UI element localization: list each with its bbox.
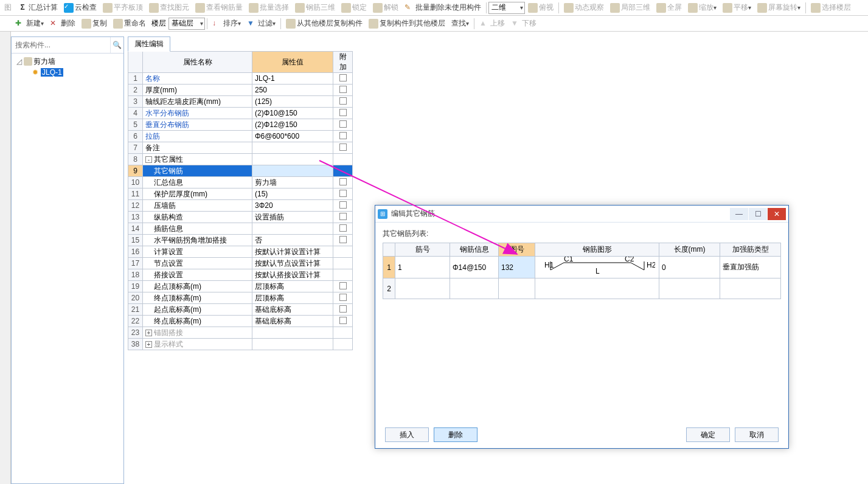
tb-fushi[interactable]: 俯视 xyxy=(526,1,556,15)
attach-checkbox[interactable] xyxy=(339,213,347,220)
prop-row[interactable]: 5垂直分布钢筋(2)Φ12@150 xyxy=(128,119,353,131)
col-jinhao[interactable]: 筋号 xyxy=(395,243,450,257)
attach-checkbox[interactable] xyxy=(339,97,347,105)
attach-checkbox[interactable] xyxy=(339,109,347,116)
pan-icon xyxy=(723,3,732,13)
tb-tu[interactable]: 图 xyxy=(2,1,14,15)
prop-row[interactable]: 13纵筋构造设置插筋 xyxy=(128,212,353,223)
dialog-titlebar[interactable]: ⊞ 编辑其它钢筋 — ☐ ✕ xyxy=(375,206,788,223)
col-length[interactable]: 长度(mm) xyxy=(659,243,720,257)
col-info[interactable]: 钢筋信息 xyxy=(450,243,499,257)
attach-checkbox[interactable] xyxy=(339,86,347,93)
insert-button[interactable]: 插入 xyxy=(385,427,429,442)
cloud-icon: ✓ xyxy=(64,3,74,13)
prop-row[interactable]: 8-其它属性 xyxy=(128,154,353,165)
prop-row[interactable]: 20终点顶标高(m)层顶标高 xyxy=(128,292,353,304)
tb-guolv[interactable]: ▼过滤 xyxy=(245,17,278,30)
attach-checkbox[interactable] xyxy=(339,74,347,81)
local-3d-icon xyxy=(610,3,620,13)
rebar-3d-icon xyxy=(295,3,305,13)
orbit-icon xyxy=(564,3,574,13)
tb-shanchu[interactable]: ✕删除 xyxy=(47,17,78,30)
prop-row[interactable]: 21起点底标高(m)基础底标高 xyxy=(128,304,353,316)
tb-jiesuo[interactable]: 解锁 xyxy=(370,1,401,15)
tb-chazhaotu[interactable]: 查找图元 xyxy=(147,1,192,15)
tb-chazhao[interactable]: 查找 xyxy=(449,17,471,30)
tb-quanping[interactable]: 全屏 xyxy=(654,1,684,15)
floor-combo[interactable]: 基础层 xyxy=(168,18,205,30)
tb-suofang[interactable]: 缩放 xyxy=(686,1,719,15)
attach-checkbox[interactable] xyxy=(339,305,347,313)
tb-fuzhi[interactable]: 复制 xyxy=(79,17,109,30)
col-type[interactable]: 加强筋类型 xyxy=(720,243,781,257)
close-button[interactable]: ✕ xyxy=(768,208,786,220)
prop-row[interactable]: 7备注 xyxy=(128,142,353,154)
attach-checkbox[interactable] xyxy=(339,317,347,324)
tb-jubu3d[interactable]: 局部三维 xyxy=(608,1,653,15)
prop-row[interactable]: 14插筋信息 xyxy=(128,223,353,235)
prop-row[interactable]: 6拉筋Φ6@600*600 xyxy=(128,131,353,142)
maximize-button[interactable]: ☐ xyxy=(749,208,767,220)
col-tuhao[interactable]: 图号 xyxy=(499,243,535,257)
rebar-row[interactable]: 11Φ14@150132H1C1C2H2L0垂直加强筋 xyxy=(383,257,781,278)
tb-pingqi[interactable]: 平齐板顶 xyxy=(100,1,145,15)
attach-checkbox[interactable] xyxy=(339,120,347,128)
cancel-button[interactable]: 取消 xyxy=(735,427,779,442)
tree-item-jlq1[interactable]: ✹ JLQ-1 xyxy=(13,67,122,78)
attach-checkbox[interactable] xyxy=(339,201,347,209)
ok-button[interactable]: 确定 xyxy=(686,427,730,442)
tb-piliangxuan[interactable]: 批量选择 xyxy=(246,1,291,15)
search-input[interactable] xyxy=(12,37,110,53)
minimize-button[interactable]: — xyxy=(730,208,748,220)
prop-row[interactable]: 12压墙筋3Φ20 xyxy=(128,200,353,212)
tb-piliangshanchu[interactable]: ✎批量删除未使用构件 xyxy=(402,1,484,15)
prop-row[interactable]: 2厚度(mm)250 xyxy=(128,85,353,96)
prop-row[interactable]: 3轴线距左墙皮距离(mm)(125) xyxy=(128,96,353,108)
tb-pingmuxuan[interactable]: 屏幕旋转 xyxy=(755,1,803,15)
tb-paixu[interactable]: ↓排序 xyxy=(210,17,243,30)
prop-row[interactable]: 23+锚固搭接 xyxy=(128,327,353,339)
rebar-row[interactable]: 2 xyxy=(383,278,781,299)
attach-checkbox[interactable] xyxy=(339,294,347,301)
property-tab[interactable]: 属性编辑 xyxy=(128,36,170,52)
tree-root[interactable]: ◿ 剪力墙 xyxy=(13,56,122,67)
tb-huizong[interactable]: Σ汇总计算 xyxy=(15,1,60,15)
attach-checkbox[interactable] xyxy=(339,224,347,232)
tb-shangyi[interactable]: ▲上移 xyxy=(477,17,507,30)
tb-copyto[interactable]: 复制构件到其他楼层 xyxy=(366,17,448,30)
prop-row[interactable]: 15水平钢筋拐角增加搭接否 xyxy=(128,235,353,246)
search-button[interactable]: 🔍 xyxy=(110,37,123,53)
prop-row[interactable]: 9其它钢筋 xyxy=(128,165,353,177)
tb-xiayi[interactable]: ▼下移 xyxy=(509,17,539,30)
tb-pingyi[interactable]: 平移 xyxy=(720,1,754,15)
attach-checkbox[interactable] xyxy=(339,190,347,197)
tb-xinjian[interactable]: ✚新建 xyxy=(13,17,46,30)
tb-xuanzelouceng[interactable]: 选择楼层 xyxy=(808,1,853,15)
tb-chagangjin[interactable]: 查看钢筋量 xyxy=(193,1,245,15)
prop-row[interactable]: 1名称JLQ-1 xyxy=(128,73,353,85)
tb-dongtai[interactable]: 动态观察 xyxy=(561,1,606,15)
tb-yunjiancha[interactable]: ✓云检查 xyxy=(61,1,99,15)
prop-row[interactable]: 10汇总信息剪力墙 xyxy=(128,177,353,188)
app-icon: ⊞ xyxy=(378,209,387,219)
attach-checkbox[interactable] xyxy=(339,178,347,185)
col-graph[interactable]: 钢筋图形 xyxy=(535,243,659,257)
delete-button[interactable]: 删除 xyxy=(434,427,477,442)
attach-checkbox[interactable] xyxy=(339,132,347,139)
view-combo[interactable]: 二维 xyxy=(488,2,525,14)
prop-row[interactable]: 38+显示样式 xyxy=(128,339,353,350)
tb-copyfrom[interactable]: 从其他楼层复制构件 xyxy=(283,17,365,30)
prop-row[interactable]: 22终点底标高(m)基础底标高 xyxy=(128,316,353,327)
prop-row[interactable]: 17节点设置按默认节点设置计算 xyxy=(128,258,353,269)
tb-gangjin3d[interactable]: 钢筋三维 xyxy=(293,1,338,15)
prop-row[interactable]: 18搭接设置按默认搭接设置计算 xyxy=(128,269,353,281)
prop-row[interactable]: 19起点顶标高(m)层顶标高 xyxy=(128,281,353,292)
prop-row[interactable]: 4水平分布钢筋(2)Φ10@150 xyxy=(128,108,353,119)
tb-suoding[interactable]: 锁定 xyxy=(339,1,369,15)
attach-checkbox[interactable] xyxy=(339,143,347,151)
attach-checkbox[interactable] xyxy=(339,282,347,289)
tb-chongming[interactable]: 重命名 xyxy=(111,17,148,30)
prop-row[interactable]: 16计算设置按默认计算设置计算 xyxy=(128,246,353,258)
attach-checkbox[interactable] xyxy=(339,236,347,243)
prop-row[interactable]: 11保护层厚度(mm)(15) xyxy=(128,188,353,200)
